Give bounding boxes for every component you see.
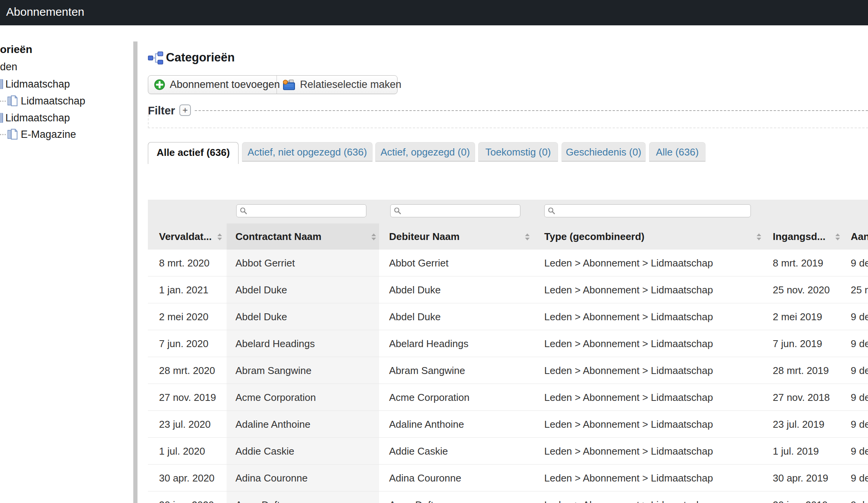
column-header-aan-cut[interactable]: Aan — [851, 223, 868, 250]
cell-contractant: Abdel Duke — [235, 276, 287, 303]
panel-title: Categorieën — [166, 49, 235, 66]
tab-toekomstig[interactable]: Toekomstig (0) — [478, 142, 558, 162]
cell-type: Leden > Abonnement > Lidmaatschap — [544, 250, 713, 276]
document-stack-icon — [0, 79, 3, 89]
cell-debiteur: Abdel Duke — [389, 303, 441, 330]
cell-ingangsdatum: 1 jul. 2019 — [773, 438, 819, 465]
cell-contractant: Agna Dafter — [235, 491, 289, 503]
tab-alle[interactable]: Alle (636) — [649, 142, 706, 162]
tree-item-lidmaatschap-2[interactable]: Lidmaatschap — [21, 94, 85, 108]
cell-type: Leden > Abonnement > Lidmaatschap — [544, 411, 713, 438]
cell-type: Leden > Abonnement > Lidmaatschap — [544, 491, 713, 503]
cell-debiteur: Abram Sangwine — [389, 357, 465, 384]
cell-aanmaak-cut: 9 de — [851, 438, 868, 465]
cell-aanmaak-cut: 9 de — [851, 250, 868, 276]
cell-contractant: Addie Caskie — [235, 438, 294, 465]
cell-contractant: Abelard Headings — [235, 330, 315, 357]
search-input-debiteur[interactable] — [401, 205, 520, 216]
cell-type: Leden > Abonnement > Lidmaatschap — [544, 357, 713, 384]
cell-vervaldatum: 23 jul. 2020 — [159, 411, 210, 438]
table-row[interactable]: 28 mrt. 2020 Abram Sangwine Abram Sangwi… — [148, 357, 868, 384]
tree-title-categorieen[interactable]: orieën — [0, 43, 32, 56]
cell-type: Leden > Abonnement > Lidmaatschap — [544, 384, 713, 411]
table-row[interactable]: 1 jan. 2021 Abdel Duke Abdel Duke Leden … — [148, 276, 868, 303]
cell-vervaldatum: 8 mrt. 2020 — [159, 250, 210, 276]
panel-splitter[interactable] — [133, 41, 137, 503]
tree-item-lidmaatschap-3[interactable]: Lidmaatschap — [5, 111, 70, 124]
cell-vervaldatum: 28 mrt. 2020 — [159, 357, 215, 384]
table-row[interactable]: 27 nov. 2019 Acme Corporation Acme Corpo… — [148, 384, 868, 411]
document-stack-icon — [7, 95, 18, 106]
toolbar: Abonnement toevoegen Relatieselectie mak… — [148, 75, 398, 94]
cell-contractant: Adaline Anthoine — [235, 411, 310, 438]
cell-vervaldatum: 30 jun. 2020 — [159, 491, 214, 503]
table-rows: 8 mrt. 2020 Abbot Gerriet Abbot Gerriet … — [148, 250, 868, 503]
sort-icon — [371, 233, 376, 240]
cell-vervaldatum: 1 jul. 2020 — [159, 438, 205, 465]
sort-icon — [835, 233, 840, 240]
make-relation-selection-label: Relatieselectie maken — [300, 79, 401, 91]
tree-connector — [0, 134, 6, 135]
cell-debiteur: Abdel Duke — [389, 276, 441, 303]
cell-debiteur: Abbot Gerriet — [389, 250, 449, 276]
table-row[interactable]: 30 jun. 2020 Agna Dafter Agna Dafter Led… — [148, 491, 868, 503]
cell-contractant: Abbot Gerriet — [235, 250, 295, 276]
cell-type: Leden > Abonnement > Lidmaatschap — [544, 465, 713, 491]
table-row[interactable]: 8 mrt. 2020 Abbot Gerriet Abbot Gerriet … — [148, 250, 868, 276]
top-bar: Abonnementen — [0, 0, 868, 25]
cell-debiteur: Agna Dafter — [389, 491, 442, 503]
cell-type: Leden > Abonnement > Lidmaatschap — [544, 303, 713, 330]
table-row[interactable]: 30 apr. 2020 Adina Couronne Adina Couron… — [148, 465, 868, 491]
cell-debiteur: Acme Corporation — [389, 384, 470, 411]
table-row[interactable]: 7 jun. 2020 Abelard Headings Abelard Hea… — [148, 330, 868, 357]
sort-icon — [217, 233, 222, 240]
cell-vervaldatum: 2 mei 2020 — [159, 303, 209, 330]
column-header-type[interactable]: Type (gecombineerd) — [544, 223, 644, 250]
app-window: Abonnementen orieën den Lidmaatschap Lid… — [0, 0, 868, 503]
cell-type: Leden > Abonnement > Lidmaatschap — [544, 276, 713, 303]
sort-icon — [757, 233, 761, 240]
tab-actief-opgezegd[interactable]: Actief, opgezegd (0) — [375, 142, 475, 162]
tree-item-leden[interactable]: den — [0, 60, 17, 73]
sitemap-icon — [148, 51, 163, 65]
search-input-contractant[interactable] — [247, 205, 366, 216]
cell-aanmaak-cut: 9 de — [851, 411, 868, 438]
table-row[interactable]: 23 jul. 2020 Adaline Anthoine Adaline An… — [148, 411, 868, 438]
cell-aanmaak-cut: 9 de — [851, 491, 868, 503]
tab-alle-actief[interactable]: Alle actief (636) — [148, 142, 239, 164]
cell-aanmaak-cut: 9 de — [851, 357, 868, 384]
plus-circle-icon — [154, 79, 165, 90]
search-contractant-wrapper — [236, 204, 366, 217]
main-content: Categorieën Abonnement toevoegen — [148, 25, 868, 503]
tree-item-lidmaatschap-1[interactable]: Lidmaatschap — [5, 78, 70, 91]
cell-vervaldatum: 30 apr. 2020 — [159, 465, 215, 491]
column-header-vervaldatum[interactable]: Vervaldat... — [159, 223, 212, 250]
search-type-wrapper — [544, 204, 751, 217]
cell-aanmaak-cut: 25 n — [851, 276, 868, 303]
search-icon — [240, 207, 247, 215]
column-header-debiteur[interactable]: Debiteur Naam — [389, 223, 460, 250]
search-input-type[interactable] — [555, 205, 750, 216]
table-row[interactable]: 2 mei 2020 Abdel Duke Abdel Duke Leden >… — [148, 303, 868, 330]
tab-geschiedenis[interactable]: Geschiedenis (0) — [562, 142, 646, 162]
cell-ingangsdatum: 23 jul. 2019 — [773, 411, 824, 438]
tree-connector — [0, 101, 6, 102]
tab-actief-niet-opgezegd[interactable]: Actief, niet opgezegd (636) — [242, 142, 373, 162]
make-relation-selection-button[interactable]: Relatieselectie maken — [277, 76, 401, 94]
column-header-contractant[interactable]: Contractant Naam — [235, 223, 321, 250]
cell-ingangsdatum: 7 jun. 2019 — [773, 330, 822, 357]
cell-ingangsdatum: 30 jun. 2019 — [773, 491, 828, 503]
cell-ingangsdatum: 28 mrt. 2019 — [773, 357, 829, 384]
cell-vervaldatum: 7 jun. 2020 — [159, 330, 209, 357]
cell-ingangsdatum: 30 apr. 2019 — [773, 465, 828, 491]
document-stack-icon — [7, 129, 18, 140]
search-icon — [394, 207, 401, 215]
tree-item-e-magazine[interactable]: E-Magazine — [21, 128, 76, 141]
column-header-ingangsdatum[interactable]: Ingangsd... — [773, 223, 825, 250]
add-subscription-button[interactable]: Abonnement toevoegen — [148, 76, 277, 94]
subscriptions-grid: Vervaldat... Contractant Naam Debiteur N… — [148, 200, 868, 503]
cell-debiteur: Addie Caskie — [389, 438, 448, 465]
table-row[interactable]: 1 jul. 2020 Addie Caskie Addie Caskie Le… — [148, 438, 868, 465]
sort-icon — [525, 233, 530, 240]
cell-aanmaak-cut: 9 de — [851, 384, 868, 411]
